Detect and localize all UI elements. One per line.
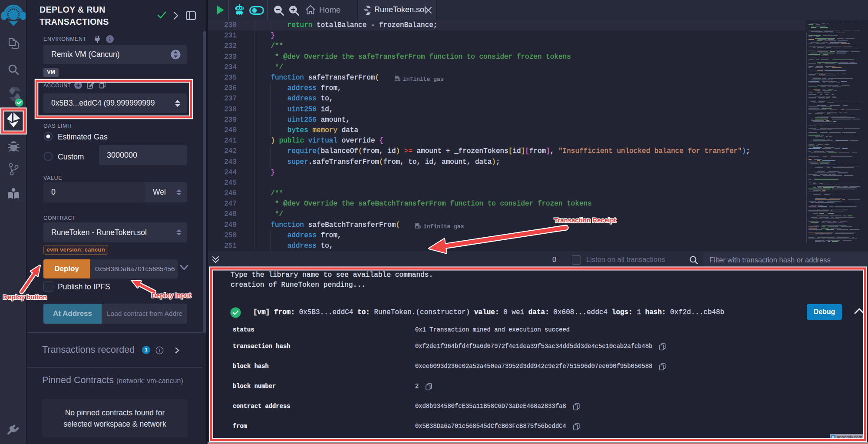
svg-text:i: i: [159, 348, 160, 353]
